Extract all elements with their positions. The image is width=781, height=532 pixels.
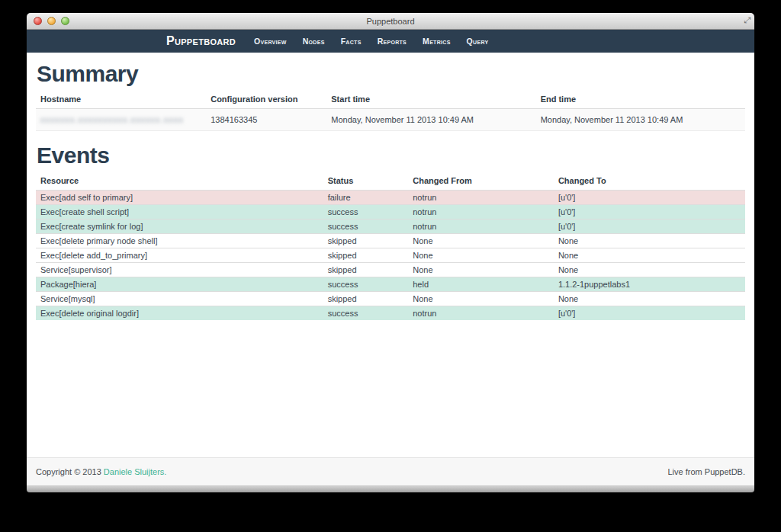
resource-cell: Exec[delete primary node shell] [36, 234, 323, 248]
minimize-button[interactable] [47, 17, 56, 25]
resource-cell: Exec[delete add_to_primary] [36, 248, 323, 263]
summary-table: Hostname Configuration version Start tim… [36, 92, 745, 131]
changed-from-cell: None [408, 234, 554, 248]
live-from-puppetdb-text: Live from PuppetDB. [668, 467, 746, 476]
navbar-brand[interactable]: Puppetboard [166, 34, 236, 48]
changed-from-cell: None [408, 292, 554, 306]
changed-to-cell: [u'0'] [554, 220, 745, 234]
table-row: Service[supervisor] skipped None None [36, 263, 745, 277]
summary-heading: Summary [37, 61, 745, 87]
table-row: Service[mysql] skipped None None [36, 292, 745, 306]
footer: Copyright © 2013 Daniele Sluijters. Live… [27, 457, 754, 486]
resource-cell: Exec[delete original logdir] [36, 306, 323, 321]
changed-to-cell: None [554, 263, 745, 277]
main-content: Summary Hostname Configuration version S… [27, 53, 754, 457]
events-header-row: Resource Status Changed From Changed To [36, 174, 745, 191]
nav-item-metrics[interactable]: Metrics [423, 37, 451, 46]
end-time-cell: Monday, November 11 2013 10:49 AM [536, 109, 745, 131]
config-version-cell: 1384163345 [206, 109, 326, 131]
nav-items: Overview Nodes Facts Reports Metrics Que… [254, 37, 504, 46]
status-cell: skipped [323, 248, 409, 263]
changed-to-cell: None [554, 248, 745, 263]
summary-row: xxxxxxx.xxxxxxxxxx.xxxxxx.xxxx 138416334… [36, 109, 745, 131]
nav-item-query[interactable]: Query [467, 37, 489, 46]
nav-item-nodes[interactable]: Nodes [303, 37, 325, 46]
table-row: Exec[create shell script] success notrun… [36, 205, 745, 220]
window-controls [34, 17, 69, 25]
table-row: Exec[add self to primary] failure notrun… [36, 191, 745, 205]
status-cell: skipped [323, 292, 409, 306]
status-cell: skipped [323, 263, 409, 277]
resource-cell: Package[hiera] [36, 277, 323, 292]
changed-to-cell: None [554, 234, 745, 248]
summary-col-end-time: End time [536, 92, 745, 109]
changed-from-cell: None [408, 263, 554, 277]
resource-cell: Service[supervisor] [36, 263, 323, 277]
summary-col-start-time: Start time [326, 92, 535, 109]
nav-item-overview[interactable]: Overview [254, 37, 287, 46]
status-cell: success [323, 306, 409, 321]
changed-from-cell: None [408, 248, 554, 263]
events-col-resource: Resource [36, 174, 323, 191]
events-col-changed-from: Changed From [408, 174, 554, 191]
window-titlebar: Puppetboard ⤢ [27, 13, 754, 30]
nav-item-reports[interactable]: Reports [378, 37, 407, 46]
table-row: Exec[delete original logdir] success not… [36, 306, 745, 321]
table-row: Package[hiera] success held 1.1.2-1puppe… [36, 277, 745, 292]
events-heading: Events [37, 143, 745, 168]
hostname-redacted: xxxxxxx.xxxxxxxxxx.xxxxxx.xxxx [40, 115, 184, 124]
summary-header-row: Hostname Configuration version Start tim… [36, 92, 745, 109]
nav-item-facts[interactable]: Facts [341, 37, 362, 46]
status-cell: success [323, 205, 409, 220]
fullscreen-icon[interactable]: ⤢ [744, 14, 750, 27]
status-cell: success [323, 277, 409, 292]
window-bottom-chrome [27, 486, 754, 492]
events-col-changed-to: Changed To [554, 174, 745, 191]
summary-col-config-version: Configuration version [206, 92, 326, 109]
summary-col-hostname: Hostname [36, 92, 206, 109]
app-window: Puppetboard ⤢ Puppetboard Overview Nodes… [27, 13, 754, 492]
status-cell: failure [323, 191, 409, 205]
resource-cell: Exec[add self to primary] [36, 191, 323, 205]
changed-from-cell: notrun [408, 220, 554, 234]
copyright-text: Copyright © 2013 Daniele Sluijters. [36, 467, 166, 476]
start-time-cell: Monday, November 11 2013 10:49 AM [326, 109, 535, 131]
status-cell: skipped [323, 234, 409, 248]
resource-cell: Exec[create symlink for log] [36, 220, 323, 234]
events-col-status: Status [323, 174, 409, 191]
changed-to-cell: [u'0'] [554, 306, 745, 321]
status-cell: success [323, 220, 409, 234]
changed-to-cell: [u'0'] [554, 191, 745, 205]
changed-from-cell: notrun [408, 205, 554, 220]
author-link[interactable]: Daniele Sluijters. [104, 467, 167, 476]
changed-to-cell: 1.1.2-1puppetlabs1 [554, 277, 745, 292]
close-button[interactable] [34, 17, 42, 25]
changed-to-cell: [u'0'] [554, 205, 745, 220]
table-row: Exec[create symlink for log] success not… [36, 220, 745, 234]
changed-from-cell: held [408, 277, 554, 292]
changed-from-cell: notrun [408, 191, 554, 205]
events-table: Resource Status Changed From Changed To … [36, 174, 745, 320]
table-row: Exec[delete add_to_primary] skipped None… [36, 248, 745, 263]
zoom-button[interactable] [61, 17, 69, 25]
navbar: Puppetboard Overview Nodes Facts Reports… [27, 30, 754, 53]
resource-cell: Service[mysql] [36, 292, 323, 306]
table-row: Exec[delete primary node shell] skipped … [36, 234, 745, 248]
copyright-prefix: Copyright © 2013 [36, 467, 104, 476]
changed-from-cell: notrun [408, 306, 554, 321]
hostname-cell: xxxxxxx.xxxxxxxxxx.xxxxxx.xxxx [36, 109, 206, 131]
resource-cell: Exec[create shell script] [36, 205, 323, 220]
changed-to-cell: None [554, 292, 745, 306]
window-title: Puppetboard [367, 17, 415, 26]
